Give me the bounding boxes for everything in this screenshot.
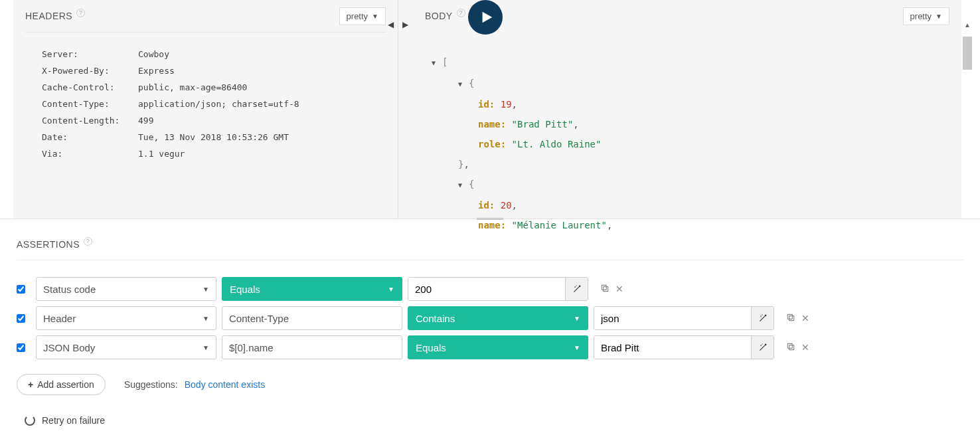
header-key: Content-Type: <box>42 96 138 112</box>
scroll-up-icon[interactable]: ▲ <box>963 20 972 30</box>
assertion-source-select[interactable]: Header▼ <box>36 306 216 330</box>
delete-icon[interactable]: ✕ <box>612 284 627 294</box>
tree-toggle[interactable]: ▼ <box>458 74 465 94</box>
headers-table: Server:CowboyX-Powered-By:ExpressCache-C… <box>25 32 386 175</box>
copy-icon[interactable] <box>783 342 798 353</box>
assertion-comparison-select[interactable]: Contains▼ <box>408 306 588 330</box>
caret-down-icon: ▼ <box>936 13 942 20</box>
resize-handle[interactable] <box>477 217 503 221</box>
header-key: Content-Length: <box>42 112 138 129</box>
suggestion-link[interactable]: Body content exists <box>185 379 265 390</box>
header-row: Server:Cowboy <box>42 46 369 62</box>
header-key: Via: <box>42 145 138 162</box>
scrollbar[interactable]: ▲ <box>963 20 972 219</box>
assertion-target-input[interactable] <box>594 307 751 329</box>
header-value: 499 <box>138 112 369 129</box>
header-row: Cache-Control:public, max-age=86400 <box>42 79 369 96</box>
assertions-title: ASSERTIONS <box>17 239 80 250</box>
body-view-select[interactable]: pretty ▼ <box>903 7 949 25</box>
assertion-target <box>408 277 588 301</box>
play-button[interactable] <box>468 0 503 35</box>
header-key: Server: <box>42 46 138 62</box>
delete-icon[interactable]: ✕ <box>798 342 813 353</box>
headers-title: HEADERS <box>25 11 72 21</box>
assertion-source-select[interactable]: Status code▼ <box>36 277 216 301</box>
help-icon[interactable]: ? <box>76 9 85 17</box>
retry-icon <box>25 415 35 426</box>
tree-toggle[interactable]: ▼ <box>432 53 438 73</box>
help-icon[interactable]: ? <box>84 237 92 246</box>
scroll-thumb[interactable] <box>963 37 972 70</box>
assertion-target-input[interactable] <box>594 336 751 359</box>
assertion-source-select[interactable]: JSON Body▼ <box>36 335 216 359</box>
retry-label[interactable]: Retry on failure <box>42 415 105 426</box>
svg-rect-1 <box>602 285 606 290</box>
plus-icon: + <box>28 379 33 390</box>
header-value: Tue, 13 Nov 2018 10:53:26 GMT <box>138 129 369 145</box>
add-assertion-button[interactable]: + Add assertion <box>17 374 106 395</box>
collapse-left-icon[interactable]: ◀ <box>388 20 394 29</box>
body-json: ▼[ ▼{ id: 19, name: "Brad Pitt", role: "… <box>398 32 961 242</box>
tree-toggle[interactable]: ▼ <box>458 175 465 195</box>
svg-rect-4 <box>789 345 794 349</box>
assertion-enabled-checkbox[interactable] <box>17 285 25 294</box>
header-row: Date:Tue, 13 Nov 2018 10:53:26 GMT <box>42 129 369 145</box>
assertion-row: JSON Body▼Equals▼✕ <box>17 335 963 359</box>
copy-icon[interactable] <box>598 284 612 295</box>
copy-icon[interactable] <box>783 313 798 324</box>
assertion-property-input[interactable] <box>222 306 402 330</box>
svg-rect-2 <box>789 315 794 320</box>
magic-wand-icon[interactable] <box>565 278 588 300</box>
suggestions-label: Suggestions: <box>124 379 178 390</box>
header-row: X-Powered-By:Express <box>42 62 369 79</box>
svg-rect-5 <box>787 343 792 348</box>
header-key: X-Powered-By: <box>42 62 138 79</box>
assertion-enabled-checkbox[interactable] <box>17 314 25 323</box>
header-value: Express <box>138 62 369 79</box>
assertion-row: Header▼Contains▼✕ <box>17 306 963 330</box>
response-panels: ✕ HEADERS ? pretty ▼ ◀ Server:CowboyX-Po… <box>0 0 980 219</box>
assertion-comparison-select[interactable]: Equals▼ <box>408 335 588 359</box>
delete-icon[interactable]: ✕ <box>798 313 813 323</box>
svg-rect-3 <box>787 314 792 319</box>
header-row: Via:1.1 vegur <box>42 145 369 162</box>
header-value: Cowboy <box>138 46 369 62</box>
caret-down-icon: ▼ <box>372 13 378 20</box>
header-key: Cache-Control: <box>42 79 138 96</box>
header-value: application/json; charset=utf-8 <box>138 96 369 112</box>
assertion-row: Status code▼Equals▼✕ <box>17 277 963 301</box>
assertion-comparison-select[interactable]: Equals▼ <box>222 277 402 301</box>
magic-wand-icon[interactable] <box>751 307 774 329</box>
header-value: public, max-age=86400 <box>138 79 369 96</box>
assertion-property-input[interactable] <box>222 335 402 359</box>
assertion-target <box>594 335 774 359</box>
assertions-section: ASSERTIONS ? Status code▼Equals▼✕Header▼… <box>0 219 980 439</box>
svg-rect-0 <box>604 286 608 291</box>
assertion-target-input[interactable] <box>408 278 565 300</box>
header-row: Content-Length:499 <box>42 112 369 129</box>
help-icon[interactable]: ? <box>457 9 465 17</box>
header-value: 1.1 vegur <box>138 145 369 162</box>
headers-panel: HEADERS ? pretty ▼ ◀ Server:CowboyX-Powe… <box>13 0 398 219</box>
body-title: BODY <box>425 11 453 21</box>
assertion-target <box>594 306 774 330</box>
headers-view-select[interactable]: pretty ▼ <box>339 7 386 25</box>
header-key: Date: <box>42 129 138 145</box>
assertion-enabled-checkbox[interactable] <box>17 343 25 352</box>
header-row: Content-Type:application/json; charset=u… <box>42 96 369 112</box>
magic-wand-icon[interactable] <box>751 336 774 359</box>
